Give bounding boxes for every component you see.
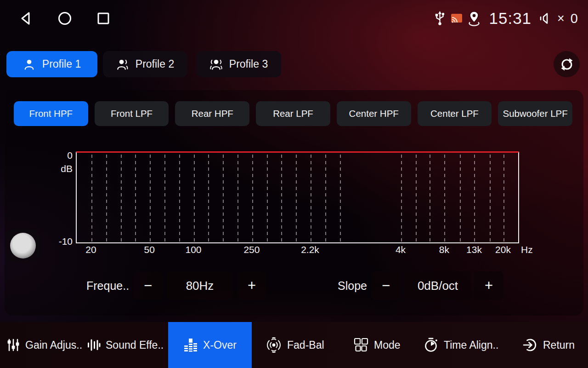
- slope-label: Slope: [338, 271, 367, 300]
- gridline: [401, 155, 402, 242]
- gridline: [208, 155, 209, 242]
- x-axis-unit-label: Hz: [521, 244, 533, 255]
- x-tick-label: 250: [243, 244, 260, 255]
- profile-tab-2[interactable]: Profile 2: [103, 51, 187, 77]
- x-tick-label: 13k: [466, 244, 482, 255]
- nav-item-gain-adjust[interactable]: Gain Adjus..: [6, 322, 82, 368]
- frequency-label: Freque..: [86, 271, 129, 300]
- frequency-increment-button[interactable]: +: [237, 271, 266, 300]
- gridline: [444, 155, 445, 242]
- gridline: [194, 155, 195, 242]
- filter-tab-front-lpf[interactable]: Front LPF: [95, 101, 169, 126]
- profile-tab-3[interactable]: Profile 3: [197, 51, 281, 77]
- gridline: [237, 155, 238, 242]
- filter-tab-center-hpf[interactable]: Center HPF: [337, 101, 411, 126]
- gridline: [503, 155, 504, 242]
- stopwatch-icon: [423, 337, 439, 353]
- system-nav-bar: [0, 0, 111, 37]
- profile-label: Profile 2: [136, 58, 174, 70]
- nav-label: Mode: [374, 339, 401, 351]
- nav-item-time-align[interactable]: Time Align..: [423, 322, 498, 368]
- nav-item-mode[interactable]: Time Align.. Mode: [353, 322, 401, 368]
- y-axis-max-label: 0: [41, 150, 73, 161]
- gridline: [416, 155, 417, 242]
- slope-increment-button[interactable]: +: [474, 271, 503, 300]
- gridline: [121, 155, 122, 242]
- gridline: [223, 155, 224, 242]
- nav-item-sound-effect[interactable]: Sound Effe..: [87, 322, 164, 368]
- gridline: [325, 155, 326, 242]
- x-tick-label: 20: [85, 244, 96, 255]
- frequency-value: 80Hz: [166, 271, 233, 300]
- status-icons: 15:31 × 0: [434, 0, 578, 37]
- return-arrow-icon: [522, 337, 538, 353]
- gridline: [252, 155, 253, 242]
- gridline: [340, 155, 341, 242]
- nav-label: Sound Effe..: [106, 339, 164, 351]
- refresh-icon: [560, 57, 574, 72]
- filter-tab-subwoofer-lpf[interactable]: Subwoofer LPF: [498, 101, 572, 126]
- person-icon: [23, 58, 35, 71]
- volume-level: 0: [571, 11, 578, 26]
- nav-item-return[interactable]: Return: [522, 322, 575, 368]
- person-3-icon: [210, 58, 222, 71]
- filter-tabs: Front HPFFront LPFRear HPFRear LPFCenter…: [14, 101, 572, 126]
- profile-label: Profile 1: [42, 58, 81, 70]
- profile-label: Profile 3: [229, 58, 268, 70]
- knob-icon: [10, 233, 36, 259]
- nav-item-fad-bal[interactable]: Fad-Bal: [266, 322, 324, 368]
- x-tick-label: 8k: [439, 244, 449, 255]
- sync-profiles-button[interactable]: [554, 51, 580, 77]
- filter-tab-rear-lpf[interactable]: Rear LPF: [256, 101, 330, 126]
- floating-knob-button[interactable]: [6, 229, 40, 262]
- filter-tab-center-lpf[interactable]: Center LPF: [418, 101, 492, 126]
- x-tick-label: 50: [144, 244, 155, 255]
- gridline: [460, 155, 461, 242]
- gridline: [135, 155, 136, 242]
- nav-label: Time Align..: [444, 339, 498, 351]
- nav-label: Fad-Bal: [287, 339, 324, 351]
- nav-label: Gain Adjus..: [25, 339, 82, 351]
- frequency-decrement-button[interactable]: −: [133, 271, 163, 300]
- clock: 15:31: [489, 9, 531, 28]
- profile-tab-1[interactable]: Profile 1: [6, 51, 97, 77]
- x-tick-label: 4k: [396, 244, 406, 255]
- surround-sound-icon: [266, 337, 282, 353]
- nav-item-xover[interactable]: X-Over: [168, 322, 252, 368]
- gridline: [430, 155, 430, 242]
- slope-value: 0dB/oct: [404, 271, 471, 300]
- gridline: [296, 155, 297, 242]
- gridline: [150, 155, 151, 242]
- nav-label: X-Over: [203, 339, 237, 351]
- volume-muted-icon[interactable]: [538, 11, 552, 26]
- filter-tab-rear-hpf[interactable]: Rear HPF: [175, 101, 249, 126]
- mixer-sliders-icon: [6, 338, 20, 352]
- gridline: [490, 155, 491, 242]
- usb-icon: [434, 10, 446, 27]
- recents-icon[interactable]: [96, 11, 111, 26]
- filter-tab-front-hpf[interactable]: Front HPF: [14, 101, 88, 126]
- gridline: [106, 155, 107, 242]
- mute-x-label: ×: [557, 12, 565, 26]
- nav-label: Return: [543, 339, 575, 351]
- waveform-icon: [87, 338, 101, 352]
- gridline: [311, 155, 311, 242]
- back-icon[interactable]: [18, 11, 34, 26]
- x-tick-label: 20k: [495, 244, 511, 255]
- cast-icon: [450, 13, 463, 24]
- plot-area: [76, 152, 519, 243]
- gridline: [474, 155, 475, 242]
- gridline: [179, 155, 180, 242]
- equalizer-bars-icon: [183, 338, 198, 352]
- y-axis-unit-label: dB: [41, 163, 73, 174]
- gridline: [267, 155, 268, 242]
- gridline: [281, 155, 282, 242]
- x-tick-row: 20501002502.2k4k8k13k20k: [76, 244, 517, 257]
- grid-squares-icon: [353, 337, 369, 353]
- response-curve: [76, 151, 519, 153]
- y-axis-min-label: -10: [41, 236, 73, 247]
- slope-decrement-button[interactable]: −: [371, 271, 401, 300]
- home-icon[interactable]: [57, 11, 73, 26]
- gridline: [91, 155, 92, 242]
- x-tick-label: 100: [185, 244, 201, 255]
